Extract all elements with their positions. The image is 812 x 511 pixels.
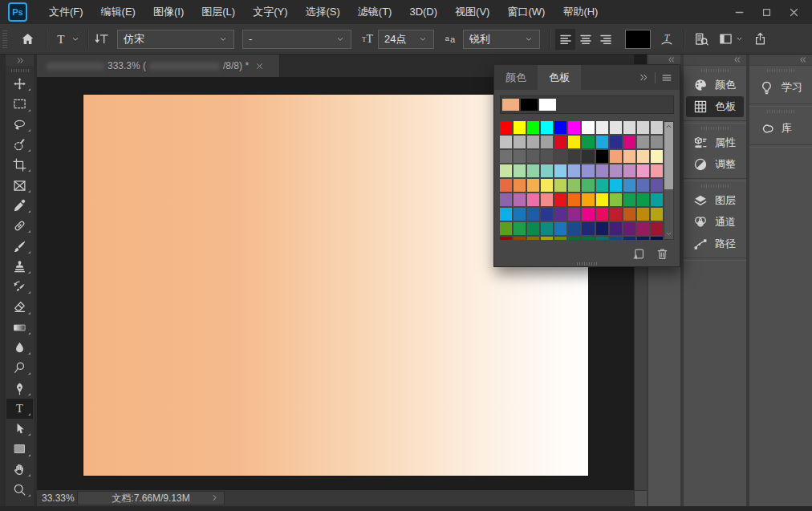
- swatch[interactable]: [500, 193, 512, 206]
- brush-tool[interactable]: [6, 236, 33, 256]
- swatch[interactable]: [610, 193, 622, 206]
- swatch[interactable]: [651, 237, 663, 240]
- swatch[interactable]: [568, 121, 580, 134]
- swatch[interactable]: [527, 150, 539, 163]
- document-tab[interactable]: 333.3% ( /8/8) *: [37, 55, 280, 77]
- swatch[interactable]: [610, 150, 622, 163]
- menu-item[interactable]: 文件(F): [40, 0, 92, 24]
- align-left-button[interactable]: [555, 29, 575, 50]
- eraser-tool[interactable]: [6, 297, 33, 317]
- new-swatch-icon[interactable]: [631, 247, 645, 261]
- swatch[interactable]: [527, 237, 539, 240]
- swatch-scrollbar[interactable]: [664, 121, 674, 240]
- maximize-button[interactable]: [753, 2, 780, 22]
- zoom-tool[interactable]: [6, 480, 33, 500]
- swatch[interactable]: [596, 121, 608, 134]
- swatch[interactable]: [637, 222, 649, 235]
- swatch[interactable]: [582, 222, 594, 235]
- warp-text-button[interactable]: [660, 32, 674, 47]
- swatch[interactable]: [527, 136, 539, 148]
- panel-button[interactable]: 颜色: [686, 75, 744, 95]
- trash-icon[interactable]: [656, 247, 669, 261]
- swatch[interactable]: [637, 179, 649, 192]
- swatch[interactable]: [596, 222, 608, 235]
- swatch[interactable]: [623, 164, 635, 177]
- gradient-tool[interactable]: [6, 318, 33, 338]
- swatch[interactable]: [514, 136, 526, 148]
- minimize-button[interactable]: [725, 2, 753, 22]
- swatch[interactable]: [500, 222, 512, 235]
- swatch[interactable]: [527, 208, 539, 221]
- panel-button[interactable]: 图层: [686, 190, 744, 211]
- swatch[interactable]: [541, 208, 553, 221]
- swatch[interactable]: [554, 179, 566, 192]
- zoom-level-field[interactable]: 33.33%: [42, 493, 74, 504]
- swatch[interactable]: [500, 164, 512, 177]
- panel-button[interactable]: 库: [752, 116, 810, 141]
- panel-tab[interactable]: 颜色: [494, 65, 538, 90]
- swatch[interactable]: [651, 222, 663, 235]
- swatch[interactable]: [610, 179, 622, 192]
- swatch[interactable]: [500, 179, 512, 192]
- panel-group-grip[interactable]: [701, 185, 729, 188]
- swatch[interactable]: [623, 136, 635, 148]
- crop-tool[interactable]: [6, 155, 33, 175]
- type-tool-preset-button[interactable]: [54, 32, 80, 47]
- swatch[interactable]: [637, 164, 649, 177]
- swatch[interactable]: [568, 237, 580, 240]
- swatch[interactable]: [637, 193, 649, 206]
- pen-tool[interactable]: [6, 378, 33, 398]
- swatch[interactable]: [596, 179, 608, 192]
- swatch[interactable]: [651, 208, 663, 221]
- panel-button[interactable]: 属性: [686, 132, 744, 153]
- swatch[interactable]: [651, 121, 663, 134]
- swatch[interactable]: [596, 237, 608, 240]
- swatch[interactable]: [514, 193, 526, 206]
- swatch[interactable]: [541, 193, 553, 206]
- share-button[interactable]: [753, 32, 767, 46]
- swatch[interactable]: [541, 222, 553, 235]
- healing-brush-tool[interactable]: [6, 216, 33, 236]
- swatch[interactable]: [554, 150, 566, 163]
- swatch[interactable]: [527, 222, 539, 235]
- swatch[interactable]: [514, 208, 526, 221]
- panel-group-grip[interactable]: [701, 69, 729, 72]
- swatch[interactable]: [651, 164, 663, 177]
- swatch[interactable]: [568, 222, 580, 235]
- swatch[interactable]: [582, 208, 594, 221]
- align-right-button[interactable]: [595, 29, 615, 50]
- close-button[interactable]: [780, 2, 807, 22]
- history-brush-tool[interactable]: [6, 277, 33, 297]
- swatch[interactable]: [500, 121, 512, 134]
- hand-tool[interactable]: [6, 460, 33, 480]
- anti-alias-select[interactable]: 锐利: [463, 30, 540, 49]
- swatch[interactable]: [527, 121, 539, 134]
- swatch[interactable]: [554, 164, 566, 177]
- swatch[interactable]: [623, 222, 635, 235]
- swatch[interactable]: [596, 208, 608, 221]
- recent-swatch[interactable]: [502, 99, 519, 111]
- swatch[interactable]: [582, 193, 594, 206]
- swatch[interactable]: [623, 121, 635, 134]
- chevron-down-icon[interactable]: [664, 229, 673, 238]
- swatch[interactable]: [541, 164, 553, 177]
- eyedropper-tool[interactable]: [6, 196, 33, 216]
- panel-group-grip[interactable]: [701, 127, 729, 130]
- swatch[interactable]: [596, 164, 608, 177]
- swatch[interactable]: [568, 136, 580, 148]
- font-family-select[interactable]: 仿宋: [117, 30, 234, 49]
- swatch[interactable]: [568, 179, 580, 192]
- swatch[interactable]: [582, 136, 594, 148]
- panel-group-grip[interactable]: [767, 69, 794, 72]
- panel-tab[interactable]: 色板: [538, 65, 581, 90]
- menu-item[interactable]: 帮助(H): [554, 0, 607, 24]
- swatch[interactable]: [541, 237, 553, 240]
- panel-button[interactable]: 通道: [686, 212, 744, 233]
- menu-item[interactable]: 窗口(W): [498, 0, 554, 24]
- swatch[interactable]: [514, 222, 526, 235]
- menu-item[interactable]: 滤镜(T): [349, 0, 401, 24]
- panel-button[interactable]: 路径: [686, 233, 744, 254]
- document-info[interactable]: 文档:7.66M/9.13M: [77, 491, 225, 505]
- swatch[interactable]: [582, 150, 594, 163]
- panel-menu-icon[interactable]: [661, 72, 672, 83]
